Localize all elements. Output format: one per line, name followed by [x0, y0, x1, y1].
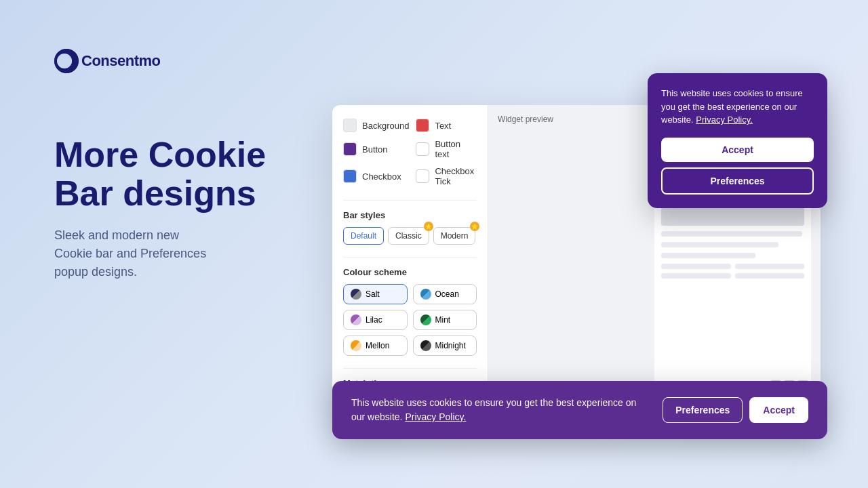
bar-styles-title: Bar styles [343, 210, 477, 220]
banner-bottom-accept-button[interactable]: Accept [749, 397, 808, 423]
swatch-box-button [343, 142, 357, 156]
main-heading: More Cookie Bar designs [54, 136, 312, 213]
swatch-box-checkbox-tick [416, 169, 429, 183]
scheme-dot-salt [351, 289, 361, 300]
swatch-label-checkbox: Checkbox [362, 171, 401, 182]
settings-panel: Background Text Button Button text Check… [332, 105, 488, 403]
content-col-line-1 [661, 264, 731, 269]
content-col-line-3 [661, 273, 731, 279]
swatch-box-background [343, 119, 357, 132]
banner-top-text: This website uses cookies to ensure you … [661, 87, 814, 127]
style-btn-default[interactable]: Default [343, 227, 384, 245]
logo-icon [54, 49, 79, 73]
swatch-button[interactable]: Button [343, 139, 409, 159]
content-line-1 [661, 231, 802, 237]
banner-top-preferences-button[interactable]: Preferences [661, 167, 814, 195]
content-line-2 [661, 242, 778, 247]
swatch-box-text [416, 119, 429, 132]
divider-2 [343, 257, 477, 258]
scheme-label-salt: Salt [366, 289, 380, 299]
pro-badge-classic: ⭐ [424, 222, 433, 231]
cookie-banner-top: This website uses cookies to ensure you … [648, 73, 827, 208]
svg-point-1 [58, 54, 72, 68]
color-swatches: Background Text Button Button text Check… [343, 119, 477, 186]
swatch-box-button-text [416, 142, 429, 156]
logo: Consentmo [54, 49, 161, 73]
content-col-line-4 [735, 273, 805, 279]
pro-badge-modern: ⭐ [470, 222, 479, 231]
swatch-label-button: Button [362, 144, 388, 155]
swatch-checkbox-tick[interactable]: Checkbox Tick [416, 166, 477, 186]
scheme-dot-mellon [351, 340, 361, 351]
style-btn-classic-wrapper: Classic ⭐ [388, 227, 429, 245]
scheme-midnight[interactable]: Midnight [413, 336, 477, 356]
scheme-dot-ocean [420, 289, 431, 300]
scheme-label-lilac: Lilac [366, 315, 382, 325]
swatch-box-checkbox [343, 169, 357, 183]
scheme-label-mint: Mint [435, 315, 451, 325]
content-columns [661, 264, 804, 279]
style-btn-classic[interactable]: Classic [388, 227, 429, 245]
scheme-label-ocean: Ocean [435, 289, 459, 299]
scheme-mint[interactable]: Mint [413, 310, 477, 330]
scheme-dot-mint [420, 314, 431, 325]
cookie-banner-bottom: This website uses cookies to ensure you … [332, 381, 827, 439]
swatch-label-text: Text [435, 121, 451, 131]
banner-top-accept-button[interactable]: Accept [661, 138, 814, 162]
scheme-ocean[interactable]: Ocean [413, 284, 477, 304]
scheme-lilac[interactable]: Lilac [343, 310, 408, 330]
banner-bottom-text: This website uses cookies to ensure you … [351, 396, 642, 424]
banner-bottom-privacy-link[interactable]: Privacy Policy. [405, 411, 466, 422]
content-col-line-2 [735, 264, 805, 269]
swatch-background[interactable]: Background [343, 119, 409, 132]
swatch-label-button-text: Button text [435, 139, 477, 159]
style-btn-modern[interactable]: Modern [433, 227, 476, 245]
scheme-label-midnight: Midnight [435, 341, 466, 350]
swatch-label-checkbox-tick: Checkbox Tick [435, 166, 477, 186]
svg-point-2 [60, 57, 68, 65]
divider-1 [343, 200, 477, 201]
scheme-label-mellon: Mellon [366, 341, 389, 350]
banner-top-privacy-link[interactable]: Privacy Policy. [696, 115, 753, 125]
scheme-mellon[interactable]: Mellon [343, 336, 408, 356]
swatch-text[interactable]: Text [416, 119, 477, 132]
colour-scheme-title: Colour scheme [343, 267, 477, 277]
divider-3 [343, 368, 477, 369]
bar-styles: Default Classic ⭐ Modern ⭐ [343, 227, 477, 245]
hero-subtext: Sleek and modern newCookie bar and Prefe… [54, 226, 312, 281]
scheme-salt[interactable]: Salt [343, 284, 408, 304]
content-line-3 [661, 253, 755, 258]
scheme-dot-lilac [351, 314, 361, 325]
banner-bottom-buttons: Preferences Accept [663, 397, 808, 423]
swatch-checkbox[interactable]: Checkbox [343, 166, 409, 186]
svg-point-0 [54, 49, 79, 73]
colour-scheme-grid: Salt Ocean Lilac Mint Mellon Midnight [343, 284, 477, 356]
scheme-dot-midnight [420, 340, 431, 351]
style-btn-modern-wrapper: Modern ⭐ [433, 227, 476, 245]
swatch-label-background: Background [362, 121, 409, 131]
banner-bottom-preferences-button[interactable]: Preferences [663, 397, 743, 423]
logo-text: Consentmo [81, 52, 161, 70]
hero-content: More Cookie Bar designs Sleek and modern… [54, 136, 312, 281]
swatch-button-text[interactable]: Button text [416, 139, 477, 159]
